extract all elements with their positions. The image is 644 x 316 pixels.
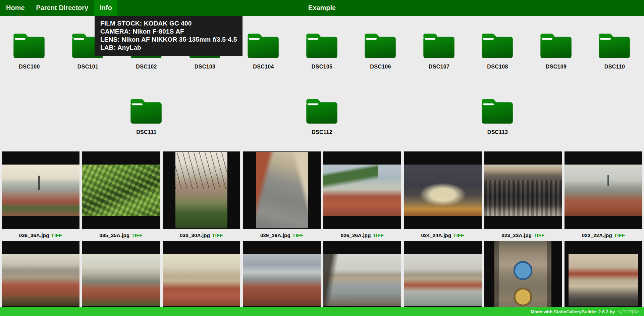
photo-format-tiff-link[interactable]: TIFF: [51, 232, 62, 238]
photo-format-tiff-link[interactable]: TIFF: [534, 232, 544, 238]
folder-label: DSC102: [136, 64, 157, 70]
photo-thumbnail[interactable]: [163, 241, 240, 316]
photo-image: [569, 254, 638, 306]
photo-thumbnail[interactable]: [323, 241, 401, 316]
photo-filename-link[interactable]: 022_22A.jpg: [582, 232, 612, 238]
folder-icon: [598, 33, 631, 59]
photo-format-tiff-link[interactable]: TIFF: [292, 232, 303, 238]
photo-filename-link[interactable]: 024_24A.jpg: [421, 232, 451, 238]
folder-label: DSC108: [487, 64, 508, 70]
photo-caption: 035_35A.jpg TIFF: [82, 229, 160, 241]
photo-caption: 036_36A.jpg TIFF: [2, 229, 79, 241]
gallery-cell: [404, 241, 482, 316]
gallery-cell: [323, 241, 401, 316]
tooltip-line-film-stock: FILM STOCK: KODAK GC 400: [100, 19, 237, 28]
photo-image: [243, 254, 321, 306]
gallery-cell: 026_26A.jpg TIFF: [323, 151, 401, 241]
photo-image: [82, 165, 160, 216]
folder-icon: [364, 33, 397, 59]
gallery-cell: [2, 241, 79, 316]
photo-thumbnail[interactable]: [404, 151, 482, 229]
photo-image: [82, 254, 160, 306]
folder-label: DSC101: [77, 64, 98, 70]
photo-thumbnail[interactable]: [323, 151, 401, 229]
author-logo-link[interactable]: </srgn>: [618, 309, 639, 315]
info-tooltip: FILM STOCK: KODAK GC 400 CAMERA: Nikon F…: [95, 16, 243, 56]
folder-item[interactable]: DSC100: [0, 33, 59, 70]
folder-icon: [306, 98, 338, 125]
gallery-cell: 030_30A.jpg TIFF: [163, 151, 240, 241]
nav-item-home[interactable]: Home: [1, 0, 30, 16]
tooltip-line-lab: LAB: AnyLab: [100, 44, 237, 52]
folder-icon: [13, 33, 46, 59]
photo-image: [2, 254, 79, 306]
folder-icon: [481, 98, 514, 125]
gallery-cell: 023_23A.jpg TIFF: [484, 151, 562, 241]
photo-format-tiff-link[interactable]: TIFF: [614, 232, 625, 238]
photo-filename-link[interactable]: 036_36A.jpg: [19, 232, 49, 238]
folder-icon: [423, 33, 455, 59]
photo-thumbnail[interactable]: [243, 151, 321, 229]
nav-item-info[interactable]: Info: [94, 0, 117, 16]
photo-filename-link[interactable]: 030_30A.jpg: [180, 232, 210, 238]
photo-format-tiff-link[interactable]: TIFF: [373, 232, 384, 238]
static-gallery-builder-link[interactable]: StaticGalleryBuilder 2.6.2: [554, 309, 608, 314]
photo-image: [404, 165, 482, 216]
photo-thumbnail[interactable]: [2, 241, 79, 316]
photo-filename-link[interactable]: 029_29A.jpg: [260, 232, 290, 238]
photo-caption: 022_22A.jpg TIFF: [565, 229, 642, 241]
folder-label: DSC106: [370, 64, 391, 70]
photo-thumbnail[interactable]: [484, 151, 562, 229]
gallery-cell: [565, 241, 642, 316]
gallery-cell: 036_36A.jpg TIFF: [2, 151, 79, 241]
photo-thumbnail[interactable]: [565, 151, 642, 229]
folder-icon: [540, 33, 573, 59]
photo-image: [175, 152, 227, 228]
folder-item[interactable]: DSC108: [469, 33, 527, 70]
folder-icon: [306, 33, 338, 59]
photo-format-tiff-link[interactable]: TIFF: [212, 232, 223, 238]
photo-thumbnail[interactable]: [2, 151, 79, 229]
photo-caption: 023_23A.jpg TIFF: [484, 229, 562, 241]
photo-thumbnail[interactable]: [82, 151, 160, 229]
folder-label: DSC112: [312, 129, 332, 135]
folder-item[interactable]: DSC104: [234, 33, 293, 70]
photo-thumbnail[interactable]: [163, 151, 240, 229]
photo-thumbnail[interactable]: [404, 241, 482, 316]
gallery-cell: 029_29A.jpg TIFF: [243, 151, 321, 241]
photo-format-tiff-link[interactable]: TIFF: [453, 232, 464, 238]
photo-caption: 029_29A.jpg TIFF: [243, 229, 321, 241]
gallery-cell: 024_24A.jpg TIFF: [404, 151, 482, 241]
gallery-cell: [82, 241, 160, 316]
photo-thumbnail[interactable]: [484, 241, 562, 316]
photo-image: [565, 165, 642, 216]
photo-grid: 036_36A.jpg TIFF 035_35A.jpg TIFF 030_30…: [0, 151, 644, 316]
photo-filename-link[interactable]: 035_35A.jpg: [100, 232, 130, 238]
photo-image: [2, 165, 79, 216]
folder-item[interactable]: DSC106: [352, 33, 410, 70]
folder-label: DSC110: [604, 64, 625, 70]
folder-label: DSC105: [312, 64, 332, 70]
folder-label: DSC100: [19, 64, 40, 70]
photo-image: [404, 254, 482, 306]
folder-label: DSC109: [546, 64, 567, 70]
folder-item[interactable]: DSC112: [293, 98, 351, 135]
photo-format-tiff-link[interactable]: TIFF: [131, 232, 142, 238]
photo-caption: 030_30A.jpg TIFF: [163, 229, 240, 241]
photo-thumbnail[interactable]: [565, 241, 642, 316]
folder-item[interactable]: DSC113: [469, 98, 527, 135]
folder-label: DSC104: [253, 64, 274, 70]
footer-period-text: .: [640, 309, 641, 314]
folder-item[interactable]: DSC110: [586, 33, 644, 70]
footer-bar: Made with StaticGalleryBuilder 2.6.2 by …: [0, 307, 644, 316]
photo-filename-link[interactable]: 026_26A.jpg: [341, 232, 371, 238]
photo-filename-link[interactable]: 023_23A.jpg: [501, 232, 532, 238]
nav-item-parent-directory[interactable]: Parent Directory: [31, 0, 94, 16]
folder-item[interactable]: DSC105: [293, 33, 351, 70]
photo-image: [484, 165, 562, 216]
folder-item[interactable]: DSC109: [527, 33, 585, 70]
folder-item[interactable]: DSC111: [117, 98, 176, 135]
photo-thumbnail[interactable]: [82, 241, 160, 316]
folder-item[interactable]: DSC107: [410, 33, 468, 70]
photo-thumbnail[interactable]: [243, 241, 321, 316]
